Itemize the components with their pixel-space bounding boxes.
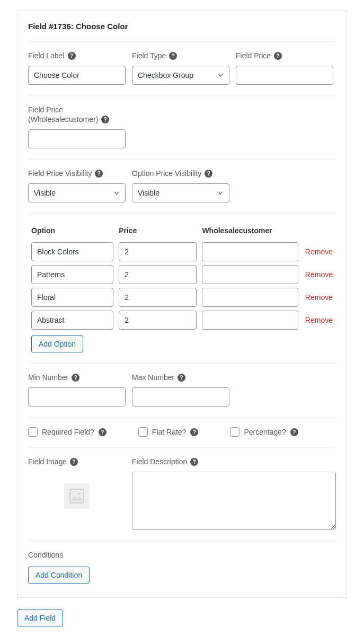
field-type-label: Field Type ? xyxy=(132,51,229,60)
field-description-group: Field Description ? xyxy=(132,457,336,530)
row-basic: Field Label ? Field Type ? Checkbox Grou… xyxy=(28,51,336,85)
help-icon[interactable]: ? xyxy=(101,116,109,123)
outer-actions: Add Field xyxy=(17,610,347,626)
help-icon[interactable]: ? xyxy=(205,170,212,178)
required-field-label-text: Required Field? xyxy=(42,428,94,436)
help-icon[interactable]: ? xyxy=(72,374,79,382)
divider xyxy=(28,159,336,160)
field-editor-card: Field #1736: Choose Color Field Label ? … xyxy=(17,11,347,598)
required-field-check-item: Required Field? ? xyxy=(28,427,106,437)
field-price-visibility-select[interactable]: Visible xyxy=(28,183,126,202)
wholesale-label-line2: (Wholesalecustomer) ? xyxy=(28,115,126,123)
option-wholesale-input[interactable] xyxy=(202,242,298,261)
row-wholesale-price: Field Price (Wholesalecustomer) ? xyxy=(28,105,336,148)
image-placeholder-icon[interactable] xyxy=(64,483,90,509)
label-text: (Wholesalecustomer) xyxy=(28,115,98,123)
percentage-check-item: Percentage? ? xyxy=(230,427,298,437)
row-min-max: Min Number ? Max Number ? xyxy=(28,373,336,407)
svg-rect-0 xyxy=(70,489,84,503)
field-image-label: Field Image ? xyxy=(28,457,126,466)
help-icon[interactable]: ? xyxy=(274,52,282,60)
field-price-wholesale-input[interactable] xyxy=(28,129,126,148)
field-label-input[interactable] xyxy=(28,66,126,85)
flat-rate-check-item: Flat Rate? ? xyxy=(138,427,199,437)
option-name-input[interactable] xyxy=(31,265,113,284)
option-price-visibility-select[interactable]: Visible xyxy=(132,183,229,202)
field-price-wholesale-group: Field Price (Wholesalecustomer) ? xyxy=(28,105,126,148)
label-text: Field Price Visibility xyxy=(28,169,92,178)
options-header-price: Price xyxy=(119,226,197,235)
option-wholesale-input[interactable] xyxy=(202,311,298,330)
help-icon[interactable]: ? xyxy=(99,428,106,436)
label-text: Field Price xyxy=(236,51,271,60)
field-price-group: Field Price ? xyxy=(236,51,333,85)
divider xyxy=(28,447,336,448)
row-image-description: Field Image ? Field Description ? xyxy=(28,457,336,530)
field-price-visibility-select-wrap: Visible xyxy=(28,183,126,202)
flat-rate-checkbox[interactable] xyxy=(138,427,148,437)
option-price-visibility-label: Option Price Visibility ? xyxy=(132,169,229,178)
options-table: Option Price Wholesalecustomer RemoveRem… xyxy=(28,223,336,352)
help-icon[interactable]: ? xyxy=(190,428,198,436)
option-row: Remove xyxy=(31,288,333,307)
help-icon[interactable]: ? xyxy=(70,458,78,466)
add-option-button[interactable]: Add Option xyxy=(31,335,83,352)
options-header-option: Option xyxy=(31,226,113,235)
label-text: Min Number xyxy=(28,373,68,382)
max-number-input[interactable] xyxy=(132,387,229,407)
divider xyxy=(28,417,336,418)
field-image-group: Field Image ? xyxy=(28,457,126,530)
field-label-label: Field Label ? xyxy=(28,51,126,60)
field-type-group: Field Type ? Checkbox Group xyxy=(132,51,229,85)
divider xyxy=(28,213,336,214)
flat-rate-label-text: Flat Rate? xyxy=(152,428,187,436)
add-option-wrap: Add Option xyxy=(28,333,336,352)
field-price-input[interactable] xyxy=(236,66,333,85)
field-type-select-wrap: Checkbox Group xyxy=(132,66,229,85)
options-header-blank xyxy=(304,226,333,235)
option-row: Remove xyxy=(31,311,333,330)
options-body: RemoveRemoveRemoveRemove xyxy=(28,242,336,330)
percentage-checkbox[interactable] xyxy=(230,427,239,437)
option-price-input[interactable] xyxy=(119,242,197,261)
option-row: Remove xyxy=(31,242,333,261)
help-icon[interactable]: ? xyxy=(68,52,76,60)
min-number-input[interactable] xyxy=(28,387,126,407)
label-text: Field Price xyxy=(28,105,63,114)
remove-option-link[interactable]: Remove xyxy=(304,293,333,302)
remove-option-link[interactable]: Remove xyxy=(304,248,333,256)
divider xyxy=(28,363,336,364)
max-number-label: Max Number ? xyxy=(132,373,229,382)
option-wholesale-input[interactable] xyxy=(202,288,298,307)
option-price-input[interactable] xyxy=(119,265,197,284)
remove-option-link[interactable]: Remove xyxy=(304,316,333,324)
option-price-input[interactable] xyxy=(119,288,197,307)
help-icon[interactable]: ? xyxy=(169,52,177,60)
option-name-input[interactable] xyxy=(31,311,113,330)
row-visibility: Field Price Visibility ? Visible Option … xyxy=(28,169,336,202)
option-row: Remove xyxy=(31,265,333,284)
option-name-input[interactable] xyxy=(31,288,113,307)
required-field-checkbox[interactable] xyxy=(28,427,38,437)
option-name-input[interactable] xyxy=(31,242,113,261)
option-wholesale-input[interactable] xyxy=(202,265,298,284)
field-type-select[interactable]: Checkbox Group xyxy=(132,66,229,85)
help-icon[interactable]: ? xyxy=(95,170,103,178)
conditions-label: Conditions xyxy=(28,551,336,559)
add-field-button[interactable]: Add Field xyxy=(17,610,63,626)
field-price-label: Field Price ? xyxy=(236,51,333,60)
option-price-input[interactable] xyxy=(119,311,197,330)
label-text: Field Description xyxy=(132,457,187,466)
divider xyxy=(28,95,336,96)
min-number-label: Min Number ? xyxy=(28,373,126,382)
help-icon[interactable]: ? xyxy=(177,374,185,382)
field-description-textarea[interactable] xyxy=(132,472,336,530)
field-description-label: Field Description ? xyxy=(132,457,336,466)
help-icon[interactable]: ? xyxy=(190,458,198,466)
divider xyxy=(28,541,336,541)
field-price-visibility-group: Field Price Visibility ? Visible xyxy=(28,169,126,202)
options-header-row: Option Price Wholesalecustomer xyxy=(28,223,336,242)
add-condition-button[interactable]: Add Condition xyxy=(28,567,90,584)
help-icon[interactable]: ? xyxy=(290,428,298,436)
remove-option-link[interactable]: Remove xyxy=(304,270,333,279)
